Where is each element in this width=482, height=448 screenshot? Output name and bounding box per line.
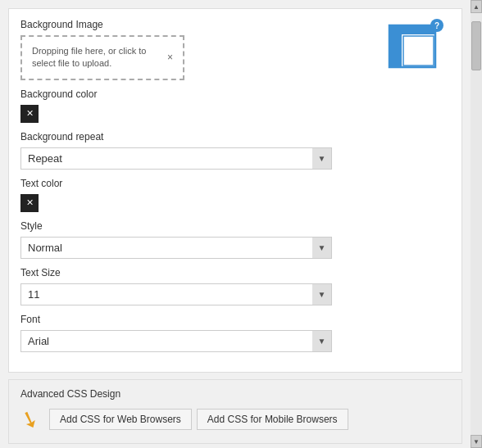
text-color-swatch[interactable]: ✕: [20, 194, 39, 212]
arrow-indicator: ➘: [16, 404, 43, 436]
file-upload-area[interactable]: Dropping file here, or click to select f…: [20, 35, 184, 80]
svg-rect-2: [389, 34, 402, 67]
style-select-wrapper: Normal Bold Italic Bold Italic ▼: [20, 237, 332, 259]
settings-panel: ? Background Image Dropping file here, o…: [0, 0, 471, 448]
background-color-label: Background color: [20, 88, 450, 100]
font-select[interactable]: Arial Verdana Times New Roman Georgia Co…: [20, 330, 332, 352]
upload-close-button[interactable]: ×: [167, 52, 173, 63]
background-repeat-select[interactable]: Repeat No Repeat Repeat-X Repeat-Y: [20, 147, 332, 170]
background-color-swatch[interactable]: ✕: [20, 105, 39, 123]
text-color-field: Text color ✕: [20, 178, 450, 212]
layout-preview-widget: ?: [388, 24, 437, 71]
scrollbar: ▲ ▼: [471, 0, 482, 448]
background-repeat-field: Background repeat Repeat No Repeat Repea…: [20, 131, 450, 170]
text-size-label: Text Size: [20, 267, 450, 278]
style-field: Style Normal Bold Italic Bold Italic ▼: [20, 220, 450, 259]
text-size-field: Text Size 8 9 10 11 12 14 16 18 ▼: [20, 267, 450, 305]
background-repeat-select-wrapper: Repeat No Repeat Repeat-X Repeat-Y ▼: [20, 147, 332, 170]
upload-text: Dropping file here, or click to select f…: [32, 45, 161, 70]
text-color-label: Text color: [20, 178, 450, 189]
background-repeat-label: Background repeat: [20, 131, 450, 143]
style-label: Style: [20, 220, 450, 232]
svg-rect-1: [389, 25, 435, 34]
main-container: ? Background Image Dropping file here, o…: [0, 0, 482, 448]
help-badge[interactable]: ?: [430, 19, 443, 32]
advanced-css-label: Advanced CSS Design: [20, 388, 450, 400]
svg-rect-3: [403, 36, 434, 66]
font-select-wrapper: Arial Verdana Times New Roman Georgia Co…: [20, 330, 332, 352]
add-css-web-button[interactable]: Add CSS for Web Browsers: [49, 409, 192, 430]
advanced-css-section: Advanced CSS Design ➘ Add CSS for Web Br…: [8, 379, 462, 444]
add-css-mobile-button[interactable]: Add CSS for Mobile Browsers: [197, 409, 348, 430]
layout-preview-icon: [388, 24, 437, 69]
css-button-row: ➘ Add CSS for Web Browsers Add CSS for M…: [20, 406, 450, 433]
scroll-up-button[interactable]: ▲: [471, 0, 482, 13]
background-color-field: Background color ✕: [20, 88, 450, 123]
scroll-thumb[interactable]: [471, 21, 481, 70]
background-image-panel: ? Background Image Dropping file here, o…: [8, 8, 462, 373]
style-select[interactable]: Normal Bold Italic Bold Italic: [20, 237, 332, 259]
color-swatch-x: ✕: [26, 108, 34, 119]
text-color-swatch-x: ✕: [26, 197, 34, 208]
scroll-down-button[interactable]: ▼: [471, 435, 482, 448]
text-size-select[interactable]: 8 9 10 11 12 14 16 18: [20, 283, 332, 305]
scroll-track[interactable]: [471, 13, 482, 435]
text-size-select-wrapper: 8 9 10 11 12 14 16 18 ▼: [20, 283, 332, 305]
font-label: Font: [20, 314, 450, 325]
background-image-field: Background Image Dropping file here, or …: [20, 19, 450, 80]
font-field: Font Arial Verdana Times New Roman Georg…: [20, 314, 450, 352]
background-image-label: Background Image: [20, 19, 450, 30]
